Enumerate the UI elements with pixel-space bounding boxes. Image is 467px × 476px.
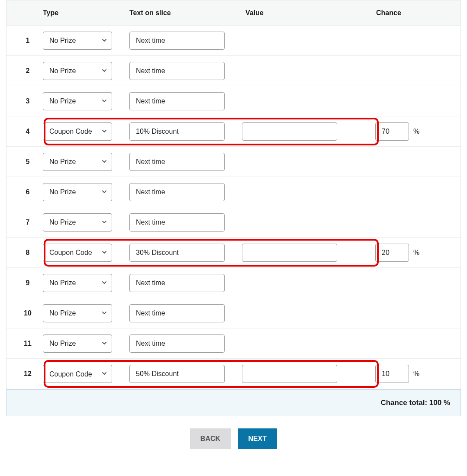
slice-text-input[interactable] [129, 153, 225, 171]
table-row: 11No Prize [6, 328, 461, 359]
slice-text-input[interactable] [129, 92, 225, 110]
type-select-wrap: No Prize [43, 92, 112, 110]
th-value: Value [242, 9, 363, 17]
row-number: 3 [13, 97, 43, 105]
chance-input[interactable] [375, 365, 409, 383]
chance-input[interactable] [375, 122, 409, 141]
row-number: 5 [13, 158, 43, 166]
table-row: 6No Prize [6, 177, 461, 207]
th-text: Text on slice [129, 9, 242, 17]
table-row: 12Coupon Code% [6, 359, 461, 389]
row-number: 9 [13, 279, 43, 287]
row-number: 4 [13, 128, 43, 135]
type-select[interactable]: No Prize [43, 304, 112, 322]
type-select-wrap: Coupon Code [43, 122, 112, 141]
type-select-wrap: No Prize [43, 213, 112, 232]
slice-text-input[interactable] [129, 183, 225, 201]
chance-total-label: Chance total: [380, 399, 429, 407]
table-row: 2No Prize [6, 56, 461, 86]
row-number: 11 [13, 340, 43, 347]
type-select[interactable]: No Prize [43, 32, 112, 50]
row-number: 6 [13, 188, 43, 196]
table-row: 7No Prize [6, 207, 461, 238]
slice-text-input[interactable] [129, 274, 225, 292]
slice-text-input[interactable] [129, 32, 225, 50]
type-select[interactable]: Coupon Code [43, 122, 112, 141]
type-select[interactable]: No Prize [43, 274, 112, 292]
table-row: 9No Prize [6, 268, 461, 298]
slice-text-input[interactable] [129, 122, 225, 141]
type-select-wrap: No Prize [43, 62, 112, 80]
type-select[interactable]: No Prize [43, 213, 112, 232]
table-row: 1No Prize [6, 26, 461, 56]
row-number: 12 [13, 370, 43, 378]
slice-text-input[interactable] [129, 62, 225, 80]
type-select-wrap: No Prize [43, 32, 112, 50]
row-number: 1 [13, 37, 43, 45]
table-row: 10No Prize [6, 298, 461, 328]
slice-table: Type Text on slice Value Chance 1No Priz… [6, 0, 461, 389]
type-select[interactable]: No Prize [43, 62, 112, 80]
type-select-wrap: No Prize [43, 304, 112, 322]
type-select-wrap: Coupon Code [43, 244, 112, 262]
percent-label: % [413, 128, 419, 135]
back-button[interactable]: BACK [190, 428, 231, 449]
table-row: 5No Prize [6, 147, 461, 177]
value-input[interactable] [242, 244, 337, 262]
type-select-wrap: No Prize [43, 274, 112, 292]
thead: Type Text on slice Value Chance [6, 0, 461, 26]
slice-text-input[interactable] [129, 365, 225, 383]
type-select[interactable]: Coupon Code [43, 244, 112, 262]
type-select[interactable]: No Prize [43, 92, 112, 110]
row-number: 7 [13, 219, 43, 226]
type-select-wrap: Coupon Code [43, 365, 112, 383]
value-input[interactable] [242, 122, 337, 141]
chance-total-value: 100 % [429, 399, 450, 407]
percent-label: % [413, 249, 419, 257]
slice-text-input[interactable] [129, 334, 225, 353]
chance-input[interactable] [375, 244, 409, 262]
slice-text-input[interactable] [129, 304, 225, 322]
type-select[interactable]: No Prize [43, 183, 112, 201]
row-number: 8 [13, 249, 43, 257]
slice-text-input[interactable] [129, 244, 225, 262]
next-button[interactable]: NEXT [238, 428, 277, 449]
th-type: Type [43, 9, 129, 17]
type-select[interactable]: No Prize [43, 334, 112, 353]
type-select-wrap: No Prize [43, 183, 112, 201]
row-number: 2 [13, 67, 43, 75]
type-select[interactable]: Coupon Code [43, 365, 112, 383]
value-input[interactable] [242, 365, 337, 383]
slice-text-input[interactable] [129, 213, 225, 232]
table-row: 8Coupon Code% [6, 238, 461, 268]
table-row: 3No Prize [6, 86, 461, 116]
row-number: 10 [13, 309, 43, 317]
percent-label: % [413, 370, 419, 378]
type-select[interactable]: No Prize [43, 153, 112, 171]
wizard-buttons: BACK NEXT [6, 428, 461, 449]
type-select-wrap: No Prize [43, 334, 112, 353]
table-row: 4Coupon Code% [6, 116, 461, 147]
chance-total-bar: Chance total: 100 % [6, 389, 461, 416]
type-select-wrap: No Prize [43, 153, 112, 171]
th-chance: Chance [363, 9, 454, 17]
